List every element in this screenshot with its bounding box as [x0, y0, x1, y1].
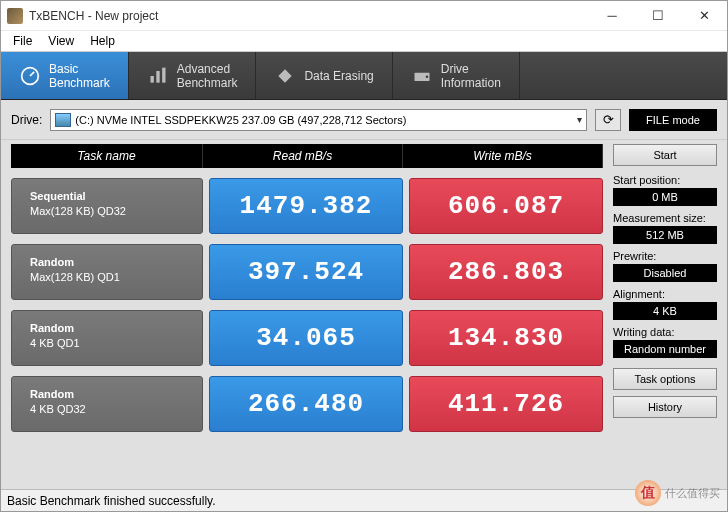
read-value: 397.524 — [209, 244, 403, 300]
drive-selected-text: (C:) NVMe INTEL SSDPEKKW25 237.09 GB (49… — [75, 114, 406, 126]
read-value: 34.065 — [209, 310, 403, 366]
result-row: Random4 KB QD1 34.065 134.830 — [11, 310, 603, 366]
task-sequential-qd32[interactable]: SequentialMax(128 KB) QD32 — [11, 178, 203, 234]
result-row: RandomMax(128 KB) QD1 397.524 286.803 — [11, 244, 603, 300]
side-panel: Start Start position: 0 MB Measurement s… — [613, 144, 717, 489]
task-random-128kb-qd1[interactable]: RandomMax(128 KB) QD1 — [11, 244, 203, 300]
read-value: 1479.382 — [209, 178, 403, 234]
chart-icon — [147, 65, 169, 87]
status-text: Basic Benchmark finished successfully. — [7, 494, 216, 508]
maximize-button[interactable]: ☐ — [635, 1, 681, 31]
tab-data-erasing[interactable]: Data Erasing — [256, 52, 392, 99]
drive-select[interactable]: (C:) NVMe INTEL SSDPEKKW25 237.09 GB (49… — [50, 109, 587, 131]
menubar: File View Help — [1, 31, 727, 52]
write-value: 606.087 — [409, 178, 603, 234]
drive-row: Drive: (C:) NVMe INTEL SSDPEKKW25 237.09… — [1, 100, 727, 140]
erase-icon — [274, 65, 296, 87]
reload-icon: ⟳ — [603, 112, 614, 127]
tab-drive-information[interactable]: DriveInformation — [393, 52, 520, 99]
start-position-label: Start position: — [613, 174, 717, 186]
minimize-button[interactable]: ─ — [589, 1, 635, 31]
task-random-4kb-qd1[interactable]: Random4 KB QD1 — [11, 310, 203, 366]
results-header: Task name Read mB/s Write mB/s — [11, 144, 603, 168]
menu-help[interactable]: Help — [82, 32, 123, 50]
prewrite-label: Prewrite: — [613, 250, 717, 262]
col-write: Write mB/s — [403, 144, 603, 168]
start-position-value[interactable]: 0 MB — [613, 188, 717, 206]
writing-data-label: Writing data: — [613, 326, 717, 338]
alignment-value[interactable]: 4 KB — [613, 302, 717, 320]
drive-label: Drive: — [11, 113, 42, 127]
write-value: 411.726 — [409, 376, 603, 432]
task-options-button[interactable]: Task options — [613, 368, 717, 390]
tab-basic-benchmark[interactable]: BasicBenchmark — [1, 52, 129, 99]
window-title: TxBENCH - New project — [29, 9, 589, 23]
write-value: 134.830 — [409, 310, 603, 366]
write-value: 286.803 — [409, 244, 603, 300]
measurement-size-value[interactable]: 512 MB — [613, 226, 717, 244]
watermark-icon: 值 — [635, 480, 661, 506]
status-bar: Basic Benchmark finished successfully. — [1, 489, 727, 511]
read-value: 266.480 — [209, 376, 403, 432]
file-mode-button[interactable]: FILE mode — [629, 109, 717, 131]
alignment-label: Alignment: — [613, 288, 717, 300]
drive-small-icon — [55, 113, 71, 127]
prewrite-value[interactable]: Disabled — [613, 264, 717, 282]
writing-data-value[interactable]: Random number — [613, 340, 717, 358]
svg-rect-2 — [156, 71, 159, 83]
close-button[interactable]: ✕ — [681, 1, 727, 31]
svg-rect-3 — [162, 67, 165, 82]
measurement-size-label: Measurement size: — [613, 212, 717, 224]
reload-button[interactable]: ⟳ — [595, 109, 621, 131]
watermark: 值 什么值得买 — [635, 480, 720, 506]
results-column: Task name Read mB/s Write mB/s Sequentia… — [11, 144, 603, 489]
svg-point-5 — [426, 75, 429, 78]
content-area: Task name Read mB/s Write mB/s Sequentia… — [1, 140, 727, 489]
history-button[interactable]: History — [613, 396, 717, 418]
result-row: SequentialMax(128 KB) QD32 1479.382 606.… — [11, 178, 603, 234]
gauge-icon — [19, 65, 41, 87]
start-button[interactable]: Start — [613, 144, 717, 166]
app-icon — [7, 8, 23, 24]
result-row: Random4 KB QD32 266.480 411.726 — [11, 376, 603, 432]
col-task: Task name — [11, 144, 203, 168]
svg-rect-1 — [150, 76, 153, 83]
task-random-4kb-qd32[interactable]: Random4 KB QD32 — [11, 376, 203, 432]
titlebar: TxBENCH - New project ─ ☐ ✕ — [1, 1, 727, 31]
menu-view[interactable]: View — [40, 32, 82, 50]
tab-advanced-benchmark[interactable]: AdvancedBenchmark — [129, 52, 257, 99]
tab-strip: BasicBenchmark AdvancedBenchmark Data Er… — [1, 52, 727, 100]
drive-icon — [411, 65, 433, 87]
menu-file[interactable]: File — [5, 32, 40, 50]
chevron-down-icon: ▾ — [577, 114, 582, 125]
app-window: TxBENCH - New project ─ ☐ ✕ File View He… — [0, 0, 728, 512]
col-read: Read mB/s — [203, 144, 403, 168]
